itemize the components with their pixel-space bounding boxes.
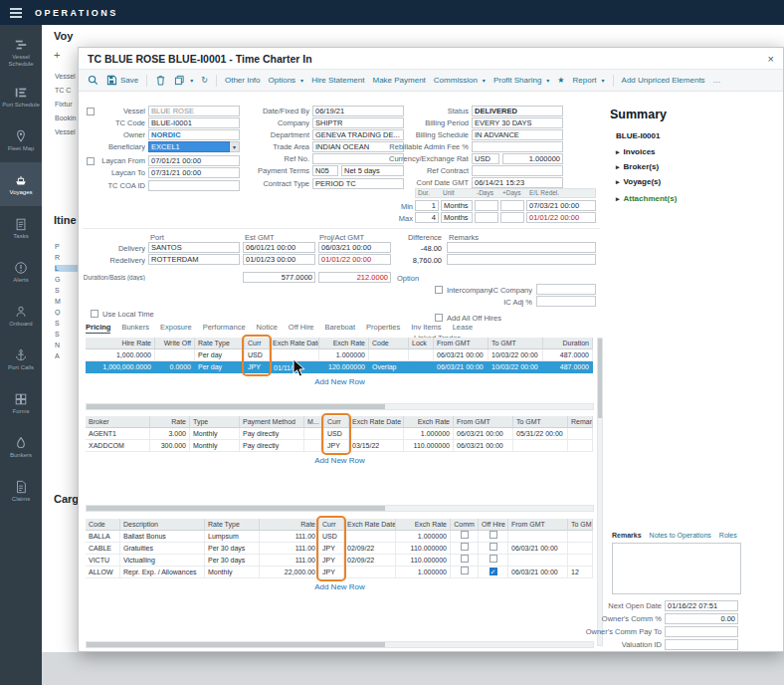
table-row[interactable]: XADDCOM300.000MonthlyPay directlyJPY03/1… [86,440,594,452]
table-row[interactable]: 1,000.0000Per dayUSD1.00000006/03/21 00:… [86,349,594,361]
cell-checkbox[interactable] [490,555,497,563]
delivery-proj-gmt-field[interactable]: 06/03/21 00:00 [318,242,391,253]
cell[interactable]: Per 30 days [205,543,260,555]
delivery-port-field[interactable]: SANTOS [148,242,240,253]
scrollbar-thumb[interactable] [87,506,385,511]
tab-roles[interactable]: Roles [719,532,737,539]
add-unpriced-elements-button[interactable]: Add Unpriced Elements [622,76,705,85]
cell[interactable]: Per 30 days [205,555,260,567]
cell[interactable]: 12 [568,567,593,578]
column-header-description[interactable]: Description [120,519,205,531]
table-row[interactable]: ALLOWRepr. Exp. / AllowancesMonthly22,00… [86,567,594,578]
cell[interactable] [479,555,508,567]
cell[interactable]: 110.000000 [404,440,454,452]
tab-notice[interactable]: Notice [257,323,278,334]
tab-notes-to-operations[interactable]: Notes to Operations [650,532,711,539]
owners-comm-pct-field[interactable]: 0.00 [665,613,738,624]
cell[interactable]: ALLOW [86,567,120,578]
tab-off-hire[interactable]: Off Hire [289,323,314,334]
column-header-curr[interactable]: Curr [245,338,270,349]
max-plus-days-field[interactable] [500,212,524,223]
cell[interactable]: 110.000000 [396,555,451,567]
cell[interactable] [155,349,195,361]
favorite-button[interactable]: ★ [557,76,564,85]
exchange-rate-field[interactable]: 1.000000 [502,153,563,164]
sidebar-item-fleet-map[interactable]: Fleet Map [0,118,42,162]
cell[interactable]: USD [319,531,344,543]
cell[interactable] [568,555,593,567]
max-el-redel-field[interactable]: 01/01/22 00:00 [526,212,596,223]
close-icon[interactable]: × [768,53,774,65]
column-header-lock[interactable]: Lock [409,338,434,349]
cell[interactable]: VICTU [86,555,120,567]
cell-checkbox[interactable] [461,531,469,539]
column-header-remark[interactable]: Remark [568,416,593,428]
pricing-horizontal-scrollbar[interactable] [86,403,594,410]
column-header-rate[interactable]: Rate [150,416,190,428]
cell[interactable] [568,543,593,555]
max-minus-days-field[interactable] [475,212,498,223]
add-new-row-link[interactable]: Add New Row [86,578,594,591]
cell[interactable] [451,567,479,578]
hamburger-menu-icon[interactable] [10,8,22,18]
cell[interactable]: Pay directly [240,440,304,452]
cell[interactable]: Overlap [369,361,409,373]
delivery-est-gmt-field[interactable]: 06/01/21 00:00 [243,242,315,253]
cell-checkbox[interactable] [490,543,497,551]
extras-horizontal-scrollbar[interactable] [86,641,594,648]
more-button[interactable]: … [713,76,721,85]
copy-button[interactable] [174,75,193,86]
next-open-date-field[interactable]: 01/16/22 07:51 [665,600,738,611]
sidebar-item-port-schedule[interactable]: Port Schedule [0,75,42,118]
min-minus-days-field[interactable] [475,200,498,211]
laycan-from-field[interactable]: 07/01/21 00:00 [148,155,240,166]
table-row[interactable]: BALLABallast BonusLumpsum111.00USD1.0000… [86,531,594,543]
vessel-field[interactable]: BLUE ROSE [148,106,240,116]
cell[interactable]: Per day [195,361,245,373]
cell[interactable]: BALLA [86,531,120,543]
column-header-hire-rate[interactable]: Hire Rate [86,338,155,349]
column-header-m-[interactable]: M... [304,416,324,428]
sidebar-item-claims[interactable]: Claims [0,469,42,513]
column-header-exch-rate[interactable]: Exch Rate [404,416,454,428]
cell[interactable] [479,543,508,555]
make-payment-button[interactable]: Make Payment [372,76,425,85]
cell[interactable]: Monthly [190,440,240,452]
add-icon[interactable]: + [54,49,60,61]
cell[interactable]: JPY [245,361,270,373]
column-header-exch-rate-date[interactable]: Exch Rate Date [344,519,396,531]
remarks-textarea[interactable] [612,543,741,594]
sidebar-item-onboard[interactable]: Onboard [0,294,42,338]
cell[interactable]: USD [324,428,349,440]
summary-voyages-link[interactable]: Voyage(s) [616,177,661,186]
column-header-code[interactable]: Code [369,338,409,349]
cell[interactable]: 02/09/22 [344,555,396,567]
cell[interactable]: AGENT1 [86,428,150,440]
cell[interactable] [451,555,479,567]
cell[interactable]: XADDCOM [86,440,150,452]
sidebar-item-bunkers[interactable]: Bunkers [0,425,42,469]
table-row[interactable]: VICTUVictuallingPer 30 days111.00JPY02/0… [86,555,594,567]
owner-field[interactable]: NORDIC [148,129,240,140]
cell[interactable]: 1.000000 [396,531,451,543]
cell[interactable]: CABLE [86,543,120,555]
column-header-curr[interactable]: Curr [319,519,344,531]
tab-properties[interactable]: Properties [366,323,400,334]
cell[interactable]: 111.00 [260,555,319,567]
table-row[interactable]: AGENT13.000MonthlyPay directlyUSD1.00000… [86,428,594,440]
cell[interactable] [369,349,409,361]
rebillable-admin-fee-field[interactable] [472,141,563,152]
cell[interactable]: 22,000.00 [260,567,319,578]
cell[interactable]: Pay directly [240,428,304,440]
redelivery-remarks-field[interactable] [447,254,596,265]
sidebar-item-forms[interactable]: Forms [0,381,42,425]
ref-contract-field[interactable] [472,165,563,176]
currency-field[interactable]: USD [472,153,499,164]
report-menu-button[interactable]: Report [573,76,605,85]
summary-brokers-link[interactable]: Broker(s) [616,162,659,171]
column-header-payment-method[interactable]: Payment Method [240,416,304,428]
cell[interactable]: 06/03/21 00:00 [508,567,568,578]
cell[interactable]: 06/03/21 00:00 [454,428,513,440]
duration-proj-field[interactable]: 212.0000 [318,272,391,283]
cell[interactable]: Lumpsum [205,531,260,543]
